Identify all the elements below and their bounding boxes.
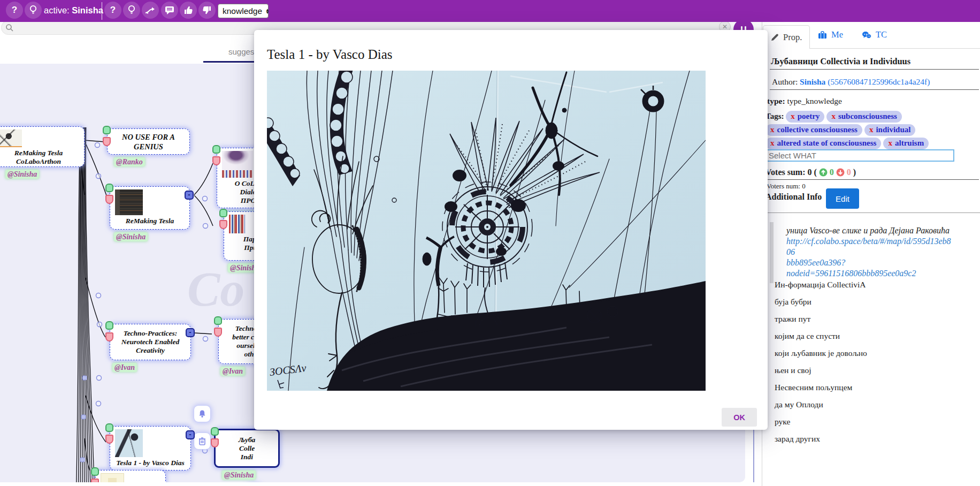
node-pin-green-icon[interactable] xyxy=(105,321,113,330)
help-icon[interactable]: ? xyxy=(104,2,121,19)
remove-tag-icon[interactable]: x xyxy=(831,112,836,120)
node-pin-green-icon[interactable] xyxy=(214,316,222,325)
remove-tag-icon[interactable]: x xyxy=(888,139,892,147)
map-node-techno-practices-neurotech[interactable]: Techno-Practices:Neurotech EnabledCreati… xyxy=(110,324,191,360)
author-chip: @Ivan xyxy=(112,363,137,372)
remove-tag-icon[interactable]: x xyxy=(770,125,775,134)
properties-panel: Prop. Me TC Љубавници Collectivia и Indi… xyxy=(762,22,980,486)
collapse-node-button[interactable]: - xyxy=(186,430,195,439)
node-pin-pink-icon[interactable] xyxy=(105,332,113,341)
info-paragraph: којим да се спусти xyxy=(775,331,967,341)
remove-tag-icon[interactable]: x xyxy=(869,125,874,134)
active-user-label: active: Sinisha xyxy=(44,5,103,16)
search-icon xyxy=(5,24,14,32)
author-chip: @Sinisha xyxy=(5,170,39,179)
map-link[interactable]: http://cf.colabo.space/beta/#/map/id/595… xyxy=(786,237,951,278)
select-spinner-icon: ▲▼ xyxy=(265,9,270,14)
remove-tag-icon[interactable]: x xyxy=(770,139,775,147)
edit-button[interactable]: Edit xyxy=(826,188,859,209)
thumbs-up-icon[interactable] xyxy=(180,2,197,19)
map-node-teslas-inspired-holistic-clue[interactable]: Tesla's InspiredHolistic Clue forFuture … xyxy=(95,470,166,482)
vote-up-icon[interactable] xyxy=(819,168,828,177)
info-paragraph: Несвесним пољупцем xyxy=(775,382,967,392)
chat-bubbles-icon xyxy=(862,31,871,39)
remove-tag-icon[interactable]: x xyxy=(791,112,795,120)
select-what-input[interactable] xyxy=(765,149,954,162)
node-pin-green-icon[interactable] xyxy=(103,126,111,134)
node-pin-green-icon[interactable] xyxy=(219,209,227,217)
pencil-icon xyxy=(771,33,779,41)
type-row: type: type_knowledge xyxy=(767,96,842,106)
node-pin-green-icon[interactable] xyxy=(91,467,99,476)
map-node-remaking-tesla[interactable]: ReMaking Tesla- xyxy=(110,186,190,230)
top-toolbar: ? active: Sinisha ? knowledge ▲▼ xyxy=(0,0,980,22)
votes-row: Votes sum: 0 ( 0 0 ) xyxy=(765,168,856,177)
delete-node-button[interactable] xyxy=(194,433,210,449)
map-node-ljubavnici-collectivia[interactable]: ЉубаColleIndi xyxy=(214,429,280,468)
tag-pill[interactable]: xaltruism xyxy=(883,138,929,149)
node-title: Љубавници Collectivia и Individuus xyxy=(771,56,910,67)
tab-me[interactable]: Me xyxy=(818,29,843,40)
node-pin-pink-icon[interactable] xyxy=(212,156,220,165)
tag-pill[interactable]: xindividual xyxy=(864,124,916,136)
tag-pill[interactable]: xcollective consciousness xyxy=(765,124,862,136)
info-paragraph: тражи пут xyxy=(775,314,967,324)
node-pin-pink-icon[interactable] xyxy=(105,435,113,444)
info-paragraph: да му Оплоди xyxy=(775,399,967,409)
info-paragraph: буја бубри xyxy=(775,297,967,307)
collapse-node-button[interactable]: - xyxy=(185,191,194,200)
lightbulb-icon[interactable] xyxy=(25,2,42,19)
node-pin-pink-icon[interactable] xyxy=(211,438,219,447)
help-icon[interactable]: ? xyxy=(6,2,23,19)
author-link[interactable]: Sinisha xyxy=(800,77,825,86)
artwork-image: ЗОCSΛv xyxy=(267,71,706,391)
map-node-remaking-tesla-colaboarthon[interactable]: ReMaking TeslaCoLaboArthon xyxy=(0,126,85,167)
node-pin-green-icon[interactable] xyxy=(212,145,220,154)
ok-button[interactable]: OK xyxy=(722,408,757,427)
author-chip: @Sinisha xyxy=(114,232,148,241)
node-thumbnail-yellow-diagram xyxy=(101,473,124,482)
node-thumbnail-dark-screenshot xyxy=(115,189,143,215)
node-pin-pink-icon[interactable] xyxy=(103,137,111,146)
node-pin-green-icon[interactable] xyxy=(211,427,219,436)
collapse-node-button[interactable]: - xyxy=(186,328,195,337)
node-pin-pink-icon[interactable] xyxy=(219,220,227,229)
merge-arrow-icon[interactable] xyxy=(142,2,159,19)
bell-icon xyxy=(198,409,206,418)
node-pin-pink-icon[interactable] xyxy=(214,328,222,337)
node-pin-green-icon[interactable] xyxy=(105,184,113,192)
map-node-no-use-for-a-genius[interactable]: NO USE FOR AGENIUS xyxy=(107,128,190,155)
artwork-dialog: Tesla 1 - by Vasco Dias xyxy=(254,30,768,430)
node-pin-pink-icon[interactable] xyxy=(91,479,99,482)
tag-pill[interactable]: xpoetry xyxy=(786,111,824,123)
node-label: NO USE FOR AGENIUS xyxy=(110,132,187,151)
author-id-link[interactable]: (556760847125996dc1a4a24f) xyxy=(828,77,930,86)
lightbulb-icon[interactable] xyxy=(123,2,140,19)
author-chip: @Ranko xyxy=(114,157,145,166)
node-type-select[interactable]: knowledge ▲▼ xyxy=(218,4,269,18)
thumbs-down-icon[interactable] xyxy=(198,2,216,19)
comment-icon[interactable] xyxy=(161,2,178,19)
braid-markers xyxy=(80,376,87,482)
tab-suggest[interactable]: suggest xyxy=(228,47,257,56)
info-blockquote: уница Vasco-ве слике и рада Дејана Раков… xyxy=(770,222,954,283)
node-label: Techno-Practices:Neurotech EnabledCreati… xyxy=(113,329,188,355)
node-label: Tesla 1 - by Vasco Dias xyxy=(113,459,188,467)
tab-prop[interactable]: Prop. xyxy=(763,25,810,49)
node-thumbnail-drawing-blue xyxy=(115,429,143,457)
map-node-tesla-1-by-vasco-dias[interactable]: Tesla 1 - by Vasco Dias- xyxy=(110,426,191,470)
node-label: ReMaking TeslaCoLaboArthon xyxy=(0,149,81,166)
notify-bell-button[interactable] xyxy=(194,406,210,422)
node-pin-green-icon[interactable] xyxy=(105,423,113,432)
voters-row: Voters num: 0 xyxy=(767,182,806,191)
info-paragraph: који љубавник је довољно xyxy=(775,348,967,358)
node-thumbnail-stripes xyxy=(229,215,245,233)
author-chip: @Ivan xyxy=(220,367,245,376)
tag-pill[interactable]: xaltered state of consciousness xyxy=(765,138,881,149)
node-pin-pink-icon[interactable] xyxy=(105,195,113,204)
info-paragraphs: Ин-формација CollectiviAбуја бубритражи … xyxy=(775,279,967,451)
tag-pill[interactable]: xsubconsciousness xyxy=(826,111,902,123)
vote-down-icon[interactable] xyxy=(836,168,845,177)
info-paragraph: руке xyxy=(775,416,967,427)
tab-tc[interactable]: TC xyxy=(862,29,887,40)
